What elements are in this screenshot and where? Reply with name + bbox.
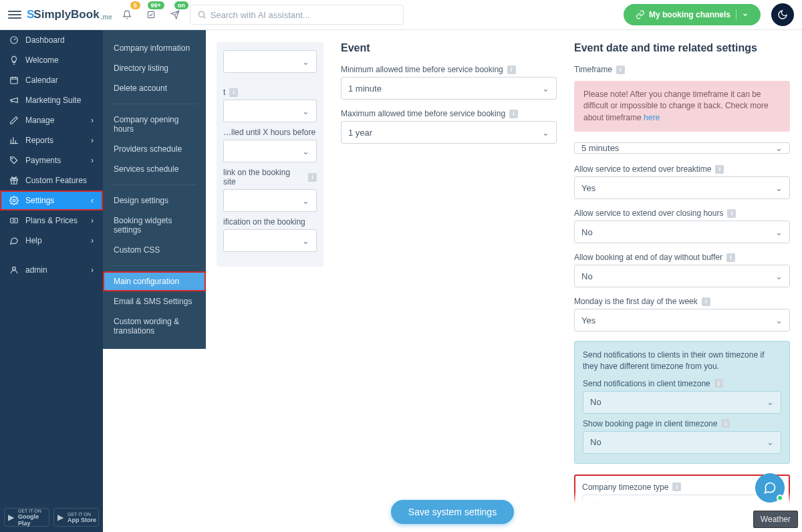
search-icon: [197, 10, 207, 19]
label-max-time: Maximum allowed time before service book…: [341, 109, 557, 118]
caret-down-icon: ⌄: [775, 183, 783, 193]
chat-bubble-button[interactable]: [755, 473, 785, 503]
sidebar-item-admin[interactable]: admin›: [0, 260, 103, 280]
caret-down-icon: ⌄: [767, 437, 774, 447]
svg-rect-7: [11, 219, 18, 223]
chevron-right-icon: ›: [91, 136, 94, 145]
timeframe-warning: Please note! After you change timeframe …: [574, 81, 790, 132]
sidebar-item-welcome[interactable]: Welcome: [0, 50, 103, 70]
caret-down-icon: ⌄: [775, 315, 783, 325]
sidebar-item-dashboard[interactable]: Dashboard: [0, 30, 103, 50]
select-extend-break[interactable]: Yes⌄: [574, 176, 790, 199]
search-input[interactable]: Search with AI assistant...: [190, 5, 404, 25]
svg-point-8: [13, 219, 15, 222]
label-cookie: ification on the booking: [223, 217, 317, 227]
sidebar-item-marketing[interactable]: Marketing Suite: [0, 90, 103, 110]
label-eod-buffer: Allow booking at end of day without buff…: [574, 253, 790, 262]
bulb-icon: [9, 55, 19, 65]
sidebar-item-reports[interactable]: Reports›: [0, 130, 103, 150]
select-partial-2[interactable]: ⌄: [223, 100, 317, 122]
select-cookie[interactable]: ⌄: [223, 229, 317, 252]
svg-rect-0: [148, 11, 154, 17]
label-show-page-tz: Show booking page in client timezonei: [583, 419, 781, 428]
caret-down-icon: ⌄: [775, 227, 783, 237]
info-icon: i: [507, 65, 516, 74]
client-timezone-box: Send notifications to clients in their o…: [574, 341, 790, 464]
datetime-heading: Event date and time related settings: [574, 42, 790, 54]
svg-point-4: [12, 158, 13, 159]
google-play-badge[interactable]: GET IT ONGoogle Play: [4, 508, 49, 527]
send-icon[interactable]: on: [166, 5, 184, 24]
online-dot-icon: [777, 495, 783, 501]
pencil-icon: [9, 116, 19, 125]
sidebar-item-custom-features[interactable]: Custom Features: [0, 170, 103, 190]
select-partial-3[interactable]: ⌄: [223, 140, 317, 162]
sidebar-item-help[interactable]: Help›: [0, 231, 103, 251]
info-icon: i: [726, 253, 735, 262]
megaphone-icon: [9, 96, 19, 105]
sidebar: Dashboard Welcome Calendar Marketing Sui…: [0, 30, 103, 532]
chevron-down-icon: [742, 11, 749, 18]
gear-icon: [9, 196, 19, 205]
sidebar-item-manage[interactable]: Manage›: [0, 110, 103, 130]
caret-down-icon: ⌄: [302, 57, 309, 67]
label-timeframe: Timeframei: [574, 65, 790, 74]
save-button[interactable]: Save system settings: [391, 500, 514, 524]
select-monday-first[interactable]: Yes⌄: [574, 309, 790, 331]
gift-icon: [9, 176, 19, 185]
label-extend-break: Allow service to extend over breaktimei: [574, 164, 790, 174]
info-icon: i: [616, 65, 625, 74]
price-icon: [9, 216, 19, 225]
caret-down-icon: ⌄: [767, 397, 774, 407]
sidebar-item-calendar[interactable]: Calendar: [0, 70, 103, 90]
dark-mode-toggle[interactable]: [771, 3, 794, 26]
chart-icon: [9, 136, 19, 145]
caret-down-icon: ⌄: [302, 196, 309, 206]
select-timeframe[interactable]: 5 minutes⌄: [574, 142, 790, 154]
app-store-badges: GET IT ONGoogle Play GET IT ONApp Store: [0, 503, 103, 532]
select-partial-1[interactable]: ⌄: [223, 50, 317, 73]
select-extend-closing[interactable]: No⌄: [574, 221, 790, 243]
topbar: SSimplyBook.me 5 99+ on Search with AI a…: [0, 0, 802, 30]
label-login-link: link on the booking sitei: [223, 168, 317, 186]
tag-icon: [9, 156, 19, 165]
select-send-notif-tz[interactable]: No⌄: [583, 391, 781, 414]
chevron-left-icon: ‹: [91, 196, 94, 205]
info-icon: i: [672, 483, 681, 491]
booking-channels-button[interactable]: My booking channels: [624, 4, 761, 25]
caret-down-icon: ⌄: [302, 146, 309, 156]
calendar-icon: [9, 76, 19, 85]
hamburger-menu-icon[interactable]: [8, 8, 21, 21]
select-login-link[interactable]: ⌄: [223, 189, 317, 212]
label-monday-first: Monday is the first day of the weeki: [574, 297, 790, 306]
sidebar-item-plans[interactable]: Plans & Prices›: [0, 211, 103, 231]
timeframe-warning-link[interactable]: here: [644, 113, 660, 122]
chevron-right-icon: ›: [91, 156, 94, 165]
gauge-icon: [9, 35, 19, 45]
label-partial-t: ti: [223, 88, 317, 97]
select-show-page-tz[interactable]: No⌄: [583, 431, 781, 454]
info-icon: i: [721, 419, 730, 428]
tasks-icon[interactable]: 99+: [142, 5, 160, 24]
label-extend-closing: Allow service to extend over closing hou…: [574, 209, 790, 218]
caret-down-icon: ⌄: [775, 271, 783, 281]
label-company-tz-type: Company timezone typei: [582, 483, 782, 492]
app-store-badge[interactable]: GET IT ONApp Store: [53, 508, 99, 527]
svg-point-9: [13, 267, 16, 270]
select-min-time[interactable]: 1 minute⌄: [341, 77, 557, 100]
chat-icon: [763, 481, 777, 495]
svg-point-1: [198, 11, 204, 17]
chat-icon: [9, 236, 19, 245]
sidebar-item-payments[interactable]: Payments›: [0, 150, 103, 170]
select-max-time[interactable]: 1 year⌄: [341, 121, 557, 144]
weather-widget[interactable]: Weather: [753, 511, 798, 528]
info-icon: i: [714, 379, 723, 388]
logo[interactable]: SSimplyBook.me: [27, 8, 112, 21]
svg-rect-3: [11, 78, 18, 84]
select-eod-buffer[interactable]: No⌄: [574, 265, 790, 287]
label-cancel-hours: …lled until X hours before: [223, 128, 317, 137]
send-badge: on: [174, 1, 188, 9]
sidebar-item-settings[interactable]: Settings‹: [0, 190, 103, 211]
bell-icon[interactable]: 5: [118, 5, 136, 24]
link-icon: [636, 10, 645, 19]
